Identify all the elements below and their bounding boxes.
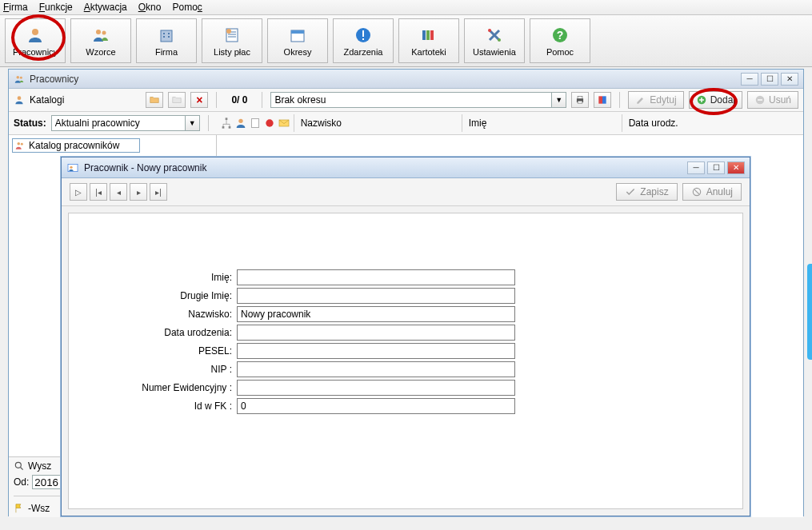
field-label: Numer Ewidencyjny : [69, 382, 237, 393]
folder-add-button[interactable] [146, 92, 163, 108]
add-button[interactable]: Dodaj [689, 91, 742, 109]
save-label: Zapisz [640, 186, 668, 197]
toolbar-label: Firma [155, 47, 178, 57]
main-menubar[interactable]: Firma Funkcje Aktywacja Okno Pomoc [0, 0, 812, 15]
dialog-titlebar[interactable]: Pracownik - Nowy pracownik ─ ☐ ✕ [62, 157, 750, 178]
svg-rect-5 [168, 33, 170, 34]
status-select[interactable]: ▼ [51, 115, 200, 131]
nav-next-button[interactable]: ▸ [130, 183, 147, 201]
toolbar-zdarzenia-button[interactable]: Zdarzenia [333, 18, 394, 63]
edit-button[interactable]: Edytuj [628, 91, 683, 109]
pracownicy-titlebar[interactable]: Pracownicy ─ ☐ ✕ [9, 70, 803, 89]
svg-rect-33 [225, 118, 227, 120]
wysz-label: Wysz [28, 460, 51, 472]
svg-point-0 [32, 29, 38, 35]
column-data-urodz[interactable]: Data urodz. [622, 114, 798, 132]
mail-icon[interactable] [278, 117, 290, 130]
books-icon [419, 26, 438, 45]
menu-okno[interactable]: Okno [138, 2, 162, 13]
period-select[interactable]: ▼ [270, 92, 566, 108]
nav-last-button[interactable]: ▸| [150, 183, 167, 201]
dialog-toolbar: ▷ |◂ ◂ ▸ ▸| Zapisz Anuluj [62, 178, 750, 206]
field-label: NIP : [69, 364, 237, 375]
chevron-down-icon[interactable]: ▼ [186, 115, 200, 131]
dialog-window-controls: ─ ☐ ✕ [687, 161, 745, 174]
menu-pomoc[interactable]: Pomoc [172, 2, 202, 13]
dialog-close-button[interactable]: ✕ [727, 161, 745, 174]
toolbar-pomoc-button[interactable]: ?Pomoc [530, 18, 590, 63]
svg-rect-28 [578, 101, 582, 103]
period-input[interactable] [270, 92, 552, 108]
menu-funkcje[interactable]: Funkcje [39, 2, 73, 13]
toolbar-listypac-button[interactable]: Listy płac [202, 18, 262, 63]
dialog-body: Imię:Drugie Imię:Nazwisko:Data urodzenia… [68, 213, 743, 509]
export-button[interactable] [594, 92, 611, 108]
field-input-5[interactable] [237, 361, 515, 377]
add-label: Dodaj [710, 94, 735, 106]
svg-point-23 [17, 75, 20, 78]
svg-rect-37 [251, 119, 258, 128]
field-input-2[interactable] [237, 306, 515, 322]
svg-point-40 [18, 142, 21, 145]
svg-rect-3 [161, 30, 172, 42]
field-input-7[interactable] [237, 398, 515, 414]
toolbar-kartoteki-button[interactable]: Kartoteki [398, 18, 459, 63]
save-button[interactable]: Zapisz [616, 183, 677, 201]
toolbar-firma-button[interactable]: Firma [136, 18, 197, 63]
field-input-6[interactable] [237, 380, 515, 396]
chevron-down-icon[interactable]: ▼ [552, 92, 566, 108]
toolbar-okresy-button[interactable]: Okresy [267, 18, 328, 63]
wsz-label: -Wsz [28, 503, 50, 514]
folder-button[interactable] [168, 92, 186, 108]
svg-point-38 [266, 119, 273, 126]
nav-play-button[interactable]: ▷ [70, 183, 87, 201]
maximize-button[interactable]: ☐ [761, 73, 778, 86]
svg-rect-4 [163, 33, 165, 34]
nav-prev-button[interactable]: ◂ [110, 183, 127, 201]
field-input-4[interactable] [237, 343, 515, 359]
check-icon [625, 186, 636, 197]
status-input[interactable] [51, 115, 186, 131]
print-button[interactable] [571, 92, 589, 108]
red-flag-icon[interactable] [263, 117, 276, 130]
menu-aktywacja[interactable]: Aktywacja [84, 2, 127, 13]
person-icon[interactable] [234, 117, 247, 130]
help-icon: ? [550, 26, 570, 45]
svg-text:?: ? [557, 29, 564, 42]
minimize-button[interactable]: ─ [741, 73, 758, 86]
cancel-button[interactable]: Anuluj [682, 183, 742, 201]
note-icon[interactable] [249, 117, 262, 130]
hierarchy-icon[interactable] [220, 117, 233, 130]
toolbar-wzorce-button[interactable]: Wzorce [70, 18, 131, 63]
toolbar-label: Okresy [284, 47, 312, 57]
column-imie[interactable]: Imię [462, 114, 622, 132]
cancel-label: Anuluj [706, 186, 733, 197]
toolbar-pracownicy-button[interactable]: Pracownicy [5, 18, 66, 63]
close-button[interactable]: ✕ [781, 73, 798, 86]
person-icon [26, 26, 45, 45]
tree-root-item[interactable]: Katalog pracowników [12, 138, 140, 153]
side-handle[interactable] [807, 264, 812, 360]
remove-button[interactable]: Usuń [747, 91, 798, 109]
field-input-0[interactable] [237, 269, 515, 285]
katalogi-toolbar: Katalogi × 0/ 0 ▼ Edytuj Dodaj Usuń [9, 89, 803, 112]
record-count: 0/ 0 [231, 94, 247, 106]
column-nazwisko[interactable]: Nazwisko [294, 114, 462, 132]
toolbar-label: Pomoc [546, 47, 574, 57]
menu-firma[interactable]: Firma [3, 2, 28, 13]
field-input-1[interactable] [237, 288, 515, 304]
svg-point-24 [20, 76, 22, 78]
field-input-3[interactable] [237, 325, 515, 341]
toolbar-label: Kartoteki [411, 47, 446, 57]
field-label: Drugie Imię: [69, 290, 237, 301]
svg-point-2 [102, 30, 106, 34]
person-icon [14, 94, 25, 106]
delete-folder-button[interactable]: × [190, 92, 208, 108]
svg-rect-16 [422, 30, 426, 40]
toolbar-ustawienia-button[interactable]: Ustawienia [464, 18, 525, 63]
dialog-minimize-button[interactable]: ─ [687, 161, 705, 174]
svg-point-36 [238, 119, 242, 123]
dialog-maximize-button[interactable]: ☐ [707, 161, 725, 174]
column-icons [217, 117, 294, 130]
nav-first-button[interactable]: |◂ [90, 183, 107, 201]
